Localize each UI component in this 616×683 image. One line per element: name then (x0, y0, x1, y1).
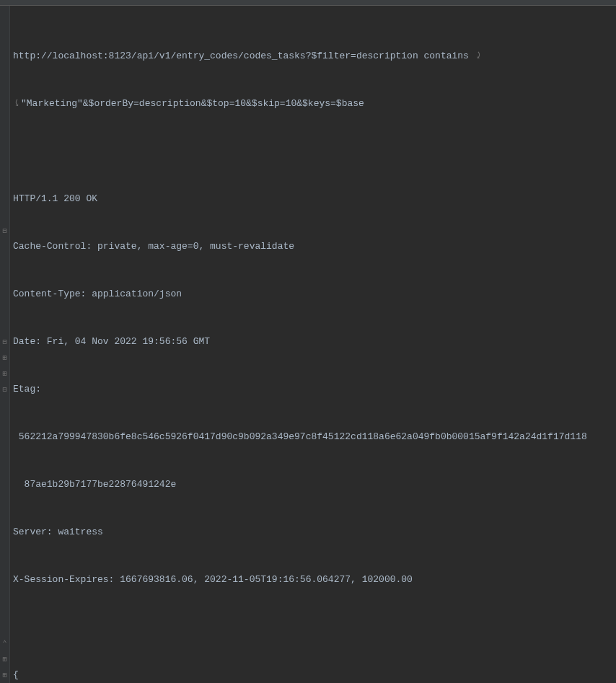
gutter-blank (0, 493, 9, 508)
header-date: Date: Fri, 04 Nov 2022 19:56:56 GMT (13, 334, 616, 350)
blank-line (13, 620, 616, 635)
gutter-blank (0, 191, 9, 207)
request-url-line1: http://localhost:8123/api/v1/entry_codes… (13, 48, 616, 64)
header-session-expires: X-Session-Expires: 1667693816.06, 2022-1… (13, 572, 616, 588)
gutter-blank (0, 445, 9, 461)
http-status-line: HTTP/1.1 200 OK (13, 191, 616, 207)
json-open-brace: { (13, 667, 616, 683)
gutter-blank (0, 64, 9, 80)
gutter-blank (0, 413, 9, 429)
gutter-blank (0, 318, 9, 334)
gutter-blank (0, 604, 9, 620)
gutter-blank (0, 556, 9, 572)
fold-expand-icon[interactable]: ⊞ (0, 366, 9, 382)
fold-expand-icon[interactable]: ⊞ (0, 350, 9, 366)
fold-gutter: ⊟ ⊟ ⊞ ⊞ ⊟ ⌃ ⊞ ⊞ (0, 6, 10, 683)
gutter-blank (0, 572, 9, 588)
gutter-blank (0, 286, 9, 302)
gutter-blank (0, 175, 9, 191)
gutter-blank (0, 461, 9, 477)
gutter-blank (0, 128, 9, 144)
title-bar (0, 0, 616, 6)
gutter-blank (0, 239, 9, 255)
gutter-blank (0, 159, 9, 175)
code-area[interactable]: http://localhost:8123/api/v1/entry_codes… (10, 6, 616, 683)
fold-collapse-icon[interactable]: ⊟ (0, 382, 9, 397)
gutter-blank (0, 270, 9, 286)
gutter-blank (0, 255, 9, 270)
header-server: Server: waitress (13, 524, 616, 540)
gutter-blank (0, 540, 9, 556)
gutter-blank (0, 477, 9, 493)
fold-expand-icon[interactable]: ⊞ (0, 651, 9, 667)
header-etag-value2: 87ae1b29b7177be22876491242e (13, 477, 616, 493)
gutter-blank (0, 508, 9, 524)
gutter-blank (0, 620, 9, 635)
gutter-blank (0, 48, 9, 64)
gutter-blank (0, 144, 9, 159)
gutter-blank (0, 207, 9, 223)
gutter-blank (0, 17, 9, 32)
header-etag-label: Etag: (13, 382, 616, 397)
editor-pane: ⊟ ⊟ ⊞ ⊞ ⊟ ⌃ ⊞ ⊞ http://localhost:8123/ap… (0, 6, 616, 683)
fold-up-icon[interactable]: ⌃ (0, 635, 9, 651)
fold-collapse-icon[interactable]: ⊟ (0, 334, 9, 350)
fold-expand-icon[interactable]: ⊞ (0, 667, 9, 683)
gutter-blank (0, 302, 9, 318)
gutter-blank (0, 96, 9, 112)
gutter-blank (0, 112, 9, 128)
request-url-line2: ⤹"Marketing"&$orderBy=description&$top=1… (13, 96, 616, 112)
gutter-blank (0, 588, 9, 604)
gutter-blank (0, 32, 9, 48)
gutter-blank (0, 397, 9, 413)
blank-line (13, 144, 616, 159)
gutter-blank (0, 524, 9, 540)
gutter-blank (0, 429, 9, 445)
fold-collapse-icon[interactable]: ⊟ (0, 223, 9, 239)
header-etag-value1: 562212a799947830b6fe8c546c5926f0417d90c9… (13, 429, 616, 445)
header-cache-control: Cache-Control: private, max-age=0, must-… (13, 239, 616, 255)
gutter-blank (0, 80, 9, 96)
header-content-type: Content-Type: application/json (13, 286, 616, 302)
